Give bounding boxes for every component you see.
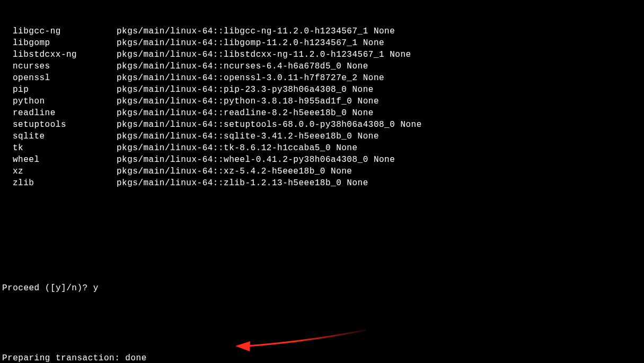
package-spec: pkgs/main/linux-64::pip-23.3-py38h06a430… xyxy=(117,84,374,96)
package-row: tkpkgs/main/linux-64::tk-8.6.12-h1ccaba5… xyxy=(2,142,642,154)
package-row: readlinepkgs/main/linux-64::readline-8.2… xyxy=(2,107,642,119)
package-spec: pkgs/main/linux-64::tk-8.6.12-h1ccaba5_0… xyxy=(117,142,358,154)
package-row: zlibpkgs/main/linux-64::zlib-1.2.13-h5ee… xyxy=(2,177,642,189)
package-spec: pkgs/main/linux-64::openssl-3.0.11-h7f87… xyxy=(117,72,384,84)
blank xyxy=(2,212,642,224)
package-name: zlib xyxy=(2,177,117,189)
terminal-output[interactable]: libgcc-ngpkgs/main/linux-64::libgcc-ng-1… xyxy=(2,2,642,363)
package-row: wheelpkgs/main/linux-64::wheel-0.41.2-py… xyxy=(2,154,642,166)
package-spec: pkgs/main/linux-64::wheel-0.41.2-py38h06… xyxy=(117,154,395,166)
package-name: wheel xyxy=(2,154,117,166)
package-spec: pkgs/main/linux-64::sqlite-3.41.2-h5eee1… xyxy=(117,131,379,142)
package-name: setuptools xyxy=(2,119,117,131)
package-spec: pkgs/main/linux-64::ncurses-6.4-h6a678d5… xyxy=(117,60,368,72)
package-row: sqlitepkgs/main/linux-64::sqlite-3.41.2-… xyxy=(2,131,642,142)
package-name: libgcc-ng xyxy=(2,25,117,37)
package-name: libgomp xyxy=(2,37,117,49)
package-row: pythonpkgs/main/linux-64::python-3.8.18-… xyxy=(2,96,642,107)
package-name: sqlite xyxy=(2,131,117,142)
proceed-prompt: Proceed ([y]/n)? y xyxy=(2,282,642,294)
package-row: libgcc-ngpkgs/main/linux-64::libgcc-ng-1… xyxy=(2,25,642,37)
package-name: python xyxy=(2,96,117,107)
package-spec: pkgs/main/linux-64::readline-8.2-h5eee18… xyxy=(117,107,374,119)
package-list: libgcc-ngpkgs/main/linux-64::libgcc-ng-1… xyxy=(2,25,642,189)
package-row: ncursespkgs/main/linux-64::ncurses-6.4-h… xyxy=(2,60,642,72)
package-spec: pkgs/main/linux-64::python-3.8.18-h955ad… xyxy=(117,96,379,107)
package-spec: pkgs/main/linux-64::xz-5.4.2-h5eee18b_0 … xyxy=(117,166,352,177)
package-name: libstdcxx-ng xyxy=(2,49,117,60)
package-row: pippkgs/main/linux-64::pip-23.3-py38h06a… xyxy=(2,84,642,96)
blank xyxy=(2,317,642,329)
package-row: libgomppkgs/main/linux-64::libgomp-11.2.… xyxy=(2,37,642,49)
package-row: libstdcxx-ngpkgs/main/linux-64::libstdcx… xyxy=(2,49,642,60)
package-name: ncurses xyxy=(2,60,117,72)
package-spec: pkgs/main/linux-64::libgcc-ng-11.2.0-h12… xyxy=(117,25,395,37)
package-spec: pkgs/main/linux-64::libgomp-11.2.0-h1234… xyxy=(117,37,384,49)
package-row: xzpkgs/main/linux-64::xz-5.4.2-h5eee18b_… xyxy=(2,166,642,177)
package-name: openssl xyxy=(2,72,117,84)
package-row: setuptoolspkgs/main/linux-64::setuptools… xyxy=(2,119,642,131)
blank xyxy=(2,247,642,259)
package-name: readline xyxy=(2,107,117,119)
package-row: opensslpkgs/main/linux-64::openssl-3.0.1… xyxy=(2,72,642,84)
package-spec: pkgs/main/linux-64::zlib-1.2.13-h5eee18b… xyxy=(117,177,368,189)
package-spec: pkgs/main/linux-64::libstdcxx-ng-11.2.0-… xyxy=(117,49,411,60)
package-name: xz xyxy=(2,166,117,177)
txn-preparing: Preparing transaction: done xyxy=(2,352,642,363)
package-name: pip xyxy=(2,84,117,96)
package-name: tk xyxy=(2,142,117,154)
package-spec: pkgs/main/linux-64::setuptools-68.0.0-py… xyxy=(117,119,422,131)
